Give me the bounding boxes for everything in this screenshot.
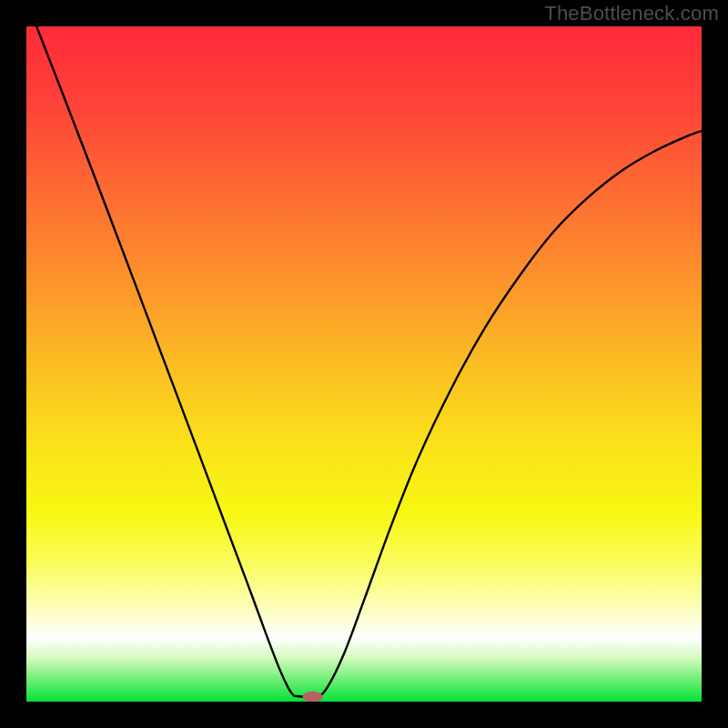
chart-frame: TheBottleneck.com bbox=[0, 0, 728, 728]
chart-svg bbox=[26, 26, 702, 702]
chart-plot bbox=[26, 26, 702, 702]
watermark-text: TheBottleneck.com bbox=[544, 2, 719, 25]
